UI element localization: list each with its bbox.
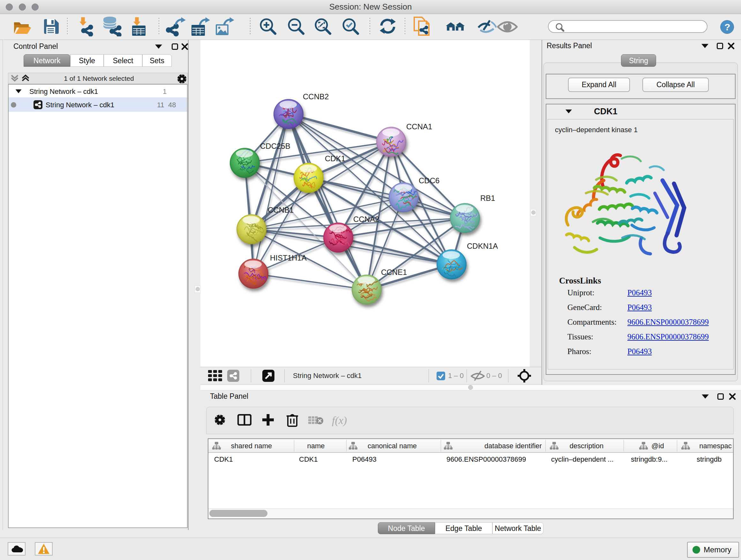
svg-text:CCNA2: CCNA2 [353, 215, 379, 224]
svg-text:CCNB1: CCNB1 [268, 206, 293, 214]
svg-text:CDC25B: CDC25B [260, 142, 290, 150]
svg-text:HIST1H1A: HIST1H1A [270, 253, 307, 262]
svg-text:CCNE1: CCNE1 [381, 268, 407, 276]
svg-text:CDC6: CDC6 [419, 176, 440, 185]
svg-text:CDK1: CDK1 [325, 154, 345, 163]
svg-text:CCNA1: CCNA1 [406, 122, 432, 131]
svg-text:CCNB2: CCNB2 [303, 92, 329, 101]
svg-text:CDKN1A: CDKN1A [467, 242, 498, 250]
svg-text:RB1: RB1 [480, 194, 495, 202]
